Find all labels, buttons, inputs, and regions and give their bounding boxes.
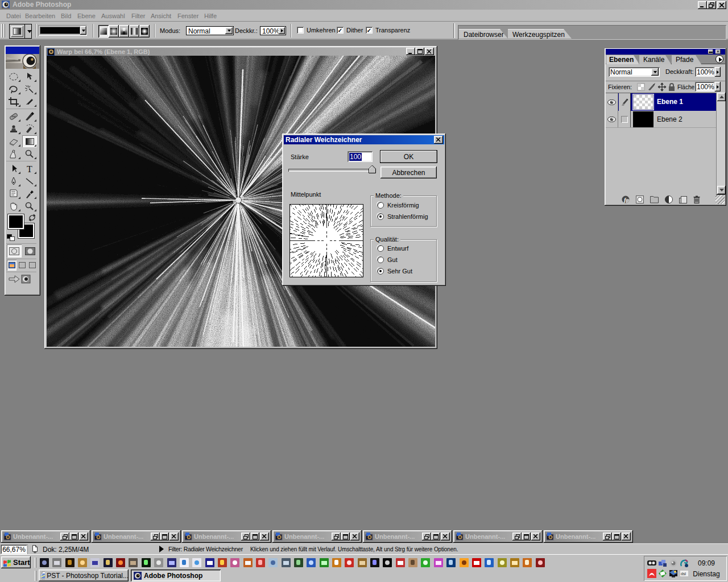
svg-text:dsl: dsl	[681, 572, 686, 576]
svg-text:T: T	[27, 164, 32, 174]
